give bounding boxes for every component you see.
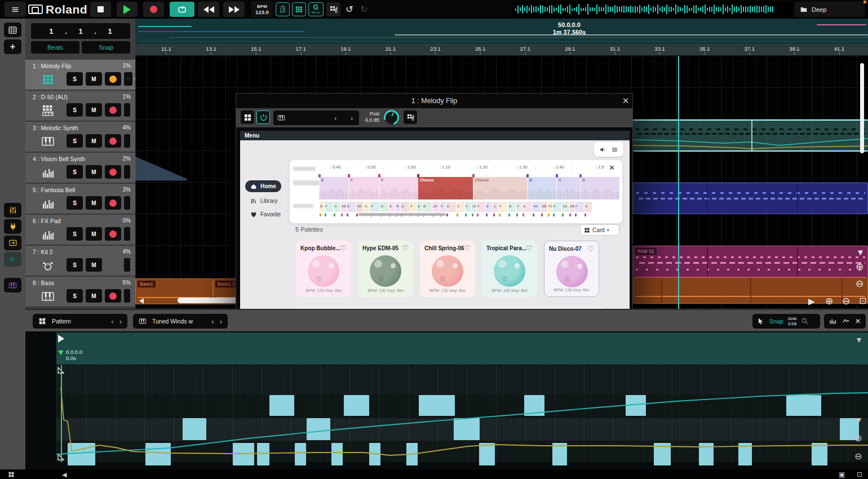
track-extra-button[interactable]: ∷ <box>124 72 132 86</box>
chord-segment[interactable]: E <box>388 202 395 212</box>
solo-button[interactable]: S <box>67 227 83 241</box>
song-section-d[interactable]: D <box>580 177 619 199</box>
clip-fantasia[interactable] <box>633 183 868 214</box>
song-section-f[interactable]: F <box>379 177 418 199</box>
instrument-next[interactable]: › <box>220 317 222 326</box>
plugin-pads-button[interactable] <box>241 110 254 124</box>
chord-segment[interactable]: C <box>493 202 498 212</box>
plugin-rack-button[interactable] <box>4 219 21 234</box>
automation-icon[interactable] <box>842 317 850 325</box>
solo-button[interactable]: S <box>67 134 83 148</box>
palette-heart-button[interactable]: ♡ <box>402 244 409 252</box>
clip-split[interactable] <box>750 278 751 303</box>
solo-button[interactable]: S <box>67 72 83 86</box>
plugin-mixer-button[interactable] <box>404 110 417 124</box>
loop-button[interactable] <box>170 2 194 17</box>
pattern-selector[interactable]: Pattern ‹ › <box>33 314 127 329</box>
track-row[interactable]: 2 : D-50 (AU)1%SM <box>25 91 135 122</box>
chord-segment[interactable]: E <box>417 202 422 212</box>
palette-card[interactable]: Tropical Para...♡BPM: 132 Key: Bm <box>482 241 537 297</box>
snap-toggle[interactable]: Snap <box>82 41 130 54</box>
key-chip[interactable]: G Minor <box>308 2 324 16</box>
nav-library[interactable]: Library <box>245 195 283 207</box>
view-mode-dropdown[interactable]: Card ▾ <box>580 224 619 236</box>
clip-split[interactable] <box>707 246 708 277</box>
plugin-titlebar[interactable]: 1 : Melody Flip <box>236 94 632 108</box>
vertical-scrollbar[interactable] <box>860 63 864 153</box>
record-arm-button[interactable] <box>105 196 121 210</box>
chord-segment[interactable]: CF <box>471 202 476 212</box>
clip-split[interactable] <box>707 183 708 214</box>
forward-button[interactable] <box>223 2 245 17</box>
clip-split[interactable] <box>797 246 798 277</box>
preset-prev[interactable]: ‹ <box>334 114 336 122</box>
clips-view-button[interactable] <box>4 23 21 37</box>
palette-card[interactable]: Chill Spring-06♡BPM: 132 Key: Bm <box>420 241 475 297</box>
sound-menu-chip[interactable] <box>594 142 623 157</box>
palette-heart-button[interactable]: ♡ <box>587 245 594 253</box>
chord-segment[interactable]: G <box>522 202 532 212</box>
track-handle[interactable] <box>124 289 130 303</box>
redo-button[interactable]: ↻ <box>357 2 371 16</box>
chord-segment[interactable]: C <box>456 202 464 212</box>
chord-segment[interactable]: B <box>395 202 400 212</box>
undo-button[interactable]: ↺ <box>343 2 356 16</box>
song-section-chorus[interactable]: Chorus <box>473 177 527 199</box>
chord-segment[interactable]: B <box>319 202 324 212</box>
track-handle[interactable] <box>124 227 130 241</box>
palette-heart-button[interactable]: ♡ <box>526 244 533 252</box>
track-handle[interactable] <box>124 103 130 117</box>
palette-card[interactable]: Kpop Bubble...♡BPM: 132 Key: Bm <box>296 241 351 297</box>
mute-button[interactable]: M <box>86 227 102 241</box>
zoom-collapse-button[interactable]: ▼ <box>856 248 865 256</box>
expand-button[interactable]: ⊡ <box>857 471 862 478</box>
bpm-display[interactable]: BPM 123.0 <box>251 1 273 17</box>
record-arm-button[interactable] <box>105 289 121 303</box>
zoom-in-h-button[interactable]: ⊕ <box>825 296 833 306</box>
chord-segment[interactable]: DB <box>569 202 574 212</box>
chord-segment[interactable]: G <box>584 202 592 212</box>
palette-card[interactable]: Nu Disco-07♡BPM: 132 Key: Bm <box>544 241 599 297</box>
preview-scrollbar[interactable] <box>358 213 446 216</box>
clip-split[interactable] <box>661 278 662 303</box>
solo-button[interactable]: S <box>67 196 83 210</box>
chord-segment[interactable]: F <box>324 202 333 212</box>
instrument-selector[interactable]: Tuned Winds w ‹ › <box>133 314 228 329</box>
main-menu-button[interactable] <box>5 2 26 17</box>
chord-segment[interactable]: G <box>333 202 340 212</box>
song-section-e[interactable]: E <box>319 177 348 199</box>
editor-zoom-in[interactable]: ⊕ <box>854 434 862 443</box>
timeline-ruler[interactable]: 11.113.115.117.119.121.123.125.127.129.1… <box>135 44 868 56</box>
chord-segment[interactable]: E <box>380 202 388 212</box>
nav-home[interactable]: Home <box>245 180 281 192</box>
plugin-gain-knob[interactable] <box>382 108 402 128</box>
chord-segment[interactable]: F <box>498 202 508 212</box>
record-button[interactable] <box>143 2 164 17</box>
song-section-chorus[interactable]: Chorus <box>418 177 473 199</box>
chord-segment[interactable]: F <box>409 202 417 212</box>
grid-quantize-button[interactable] <box>292 2 306 16</box>
chord-segment[interactable]: E <box>346 202 356 212</box>
send-return-button[interactable] <box>4 236 21 250</box>
chord-segment[interactable]: B <box>508 202 516 212</box>
mute-button[interactable]: M <box>86 72 102 86</box>
position-display[interactable]: 1. 1. 1 <box>31 23 130 39</box>
fx-sliders-button[interactable] <box>4 203 21 218</box>
editor-zoom-out[interactable]: ⊖ <box>854 452 862 461</box>
track-handle[interactable] <box>124 258 130 272</box>
solo-button[interactable]: S <box>67 289 83 303</box>
song-section-b[interactable]: B <box>527 177 556 199</box>
zoom-out-v-button[interactable]: ⊖ <box>856 279 863 289</box>
resize-button[interactable]: ▣ <box>839 471 845 478</box>
track-row[interactable]: 3 : Melodic Synth4%SM <box>25 122 135 153</box>
library-selector[interactable]: Deep <box>795 2 865 17</box>
chord-segment[interactable]: F <box>574 202 584 212</box>
chord-segment[interactable]: F <box>440 202 446 212</box>
solo-button[interactable]: S <box>67 103 83 117</box>
track-handle[interactable] <box>124 134 130 148</box>
chord-segment[interactable]: F <box>476 202 485 212</box>
scroll-back-button[interactable]: ◀ <box>62 471 67 478</box>
record-arm-button[interactable] <box>105 72 121 86</box>
chord-segment[interactable]: DB <box>541 202 547 212</box>
track-row[interactable]: 4 : Vision Bell Synth2%SM <box>25 153 135 184</box>
